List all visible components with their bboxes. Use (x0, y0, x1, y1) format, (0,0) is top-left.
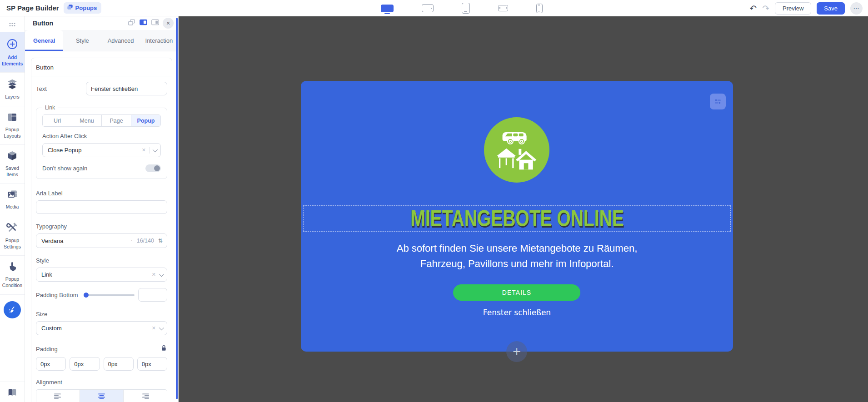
save-button[interactable]: Save (817, 2, 845, 15)
padding-label: Padding (36, 346, 58, 352)
topbar-actions: ↶ ↷ Preview Save ⋯ (749, 0, 863, 16)
cube-icon (7, 150, 18, 163)
size-label: Size (36, 311, 167, 318)
padding-bottom-px-input[interactable] (104, 357, 134, 371)
settings-panel: Button ✕ General Style Advanced Interact… (25, 16, 179, 402)
clear-broom-button[interactable] (4, 301, 21, 318)
popup-preview[interactable]: MIETANGEBOTE ONLINE Ab sofort finden Sie… (301, 81, 733, 352)
tab-general[interactable]: General (25, 30, 63, 51)
align-left-button[interactable] (36, 390, 80, 402)
action-after-click-select[interactable]: Close Popup ✕ (42, 143, 161, 157)
tab-style[interactable]: Style (63, 30, 101, 51)
clear-icon[interactable]: ✕ (152, 325, 156, 331)
left-sidebar: Add Elements Layers Popup Layouts Saved … (0, 16, 25, 402)
redo-icon[interactable]: ↷ (762, 4, 769, 13)
sidebar-item-saved-items[interactable]: Saved Items (0, 144, 25, 183)
sidebar-item-label: Saved Items (1, 165, 24, 178)
top-bar: SP Page Builder Popups ↶ ↷ Preview Save … (0, 0, 868, 16)
media-icon (6, 189, 18, 202)
size-select[interactable]: Custom ✕ (36, 321, 167, 335)
style-select[interactable]: Link ✕ (36, 268, 167, 282)
popup-options-button[interactable] (710, 94, 726, 109)
popup-title-selection[interactable]: MIETANGEBOTE ONLINE (303, 205, 731, 232)
popups-icon (67, 4, 73, 12)
align-right-button[interactable] (123, 390, 167, 402)
sidebar-item-label: Popup Settings (1, 238, 24, 250)
padding-left-input[interactable] (137, 357, 167, 371)
layers-icon (6, 78, 18, 92)
click-hand-icon (7, 261, 18, 274)
dont-show-again-toggle[interactable] (145, 164, 161, 172)
chevron-down-icon (159, 271, 164, 276)
van-tent-house-icon (493, 126, 540, 174)
fab-wrap (0, 294, 25, 325)
padding-top-input[interactable] (36, 357, 66, 371)
padding-right-input[interactable] (70, 357, 100, 371)
padding-bottom-slider[interactable] (84, 294, 135, 296)
padding-bottom-input[interactable] (138, 288, 167, 302)
updown-icon: ⇅ (158, 238, 163, 244)
sidebar-item-label: Media (6, 204, 19, 210)
dock-right-icon[interactable] (151, 19, 160, 28)
more-options-button[interactable]: ⋯ (850, 2, 863, 15)
preview-button[interactable]: Preview (775, 2, 811, 15)
panel-scrollbar[interactable] (176, 18, 178, 399)
tab-advanced[interactable]: Advanced (102, 30, 140, 51)
editor-canvas: MIETANGEBOTE ONLINE Ab sofort finden Sie… (179, 16, 868, 402)
link-type-url[interactable]: Url (43, 115, 72, 126)
sidebar-item-add-elements[interactable]: Add Elements (0, 32, 25, 72)
link-type-menu[interactable]: Menu (72, 115, 101, 126)
sidebar-item-label: Popup Layouts (1, 127, 24, 139)
text-field-label: Text (36, 85, 86, 92)
link-fieldset: Link Url Menu Page Popup Action After Cl… (36, 104, 167, 179)
close-icon[interactable]: ✕ (163, 18, 174, 29)
link-type-popup[interactable]: Popup (131, 115, 160, 126)
desktop-icon[interactable] (381, 5, 394, 12)
tab-interaction[interactable]: Interaction (140, 30, 178, 51)
padding-inputs (36, 357, 167, 371)
sidebar-item-popup-layouts[interactable]: Popup Layouts (0, 106, 25, 144)
lock-icon[interactable] (160, 344, 167, 353)
rental-logo-circle (484, 117, 549, 183)
details-button[interactable]: DETAILS (453, 284, 580, 301)
popup-body-text[interactable]: Ab sofort finden Sie unsere Mietangebote… (301, 241, 733, 272)
add-row-button[interactable]: + (506, 341, 527, 362)
drag-grip-icon[interactable] (9, 16, 16, 32)
add-elements-icon (6, 38, 19, 52)
phone-landscape-icon[interactable] (498, 5, 508, 11)
link-type-page[interactable]: Page (101, 115, 131, 126)
breadcrumb[interactable]: Popups (64, 2, 102, 14)
popup-close-link[interactable]: Fenster schließen (301, 308, 733, 317)
aria-label-input[interactable] (36, 200, 167, 214)
aria-label-label: Aria Label (36, 190, 167, 197)
section-title: Button (36, 58, 167, 76)
documentation-icon[interactable] (0, 382, 25, 402)
undo-icon[interactable]: ↶ (749, 4, 757, 13)
sidebar-item-label: Layers (5, 94, 20, 100)
sidebar-item-popup-condition[interactable]: Popup Condition (0, 255, 25, 294)
link-type-segmented: Url Menu Page Popup (42, 114, 161, 127)
sidebar-item-label: Add Elements (1, 55, 24, 67)
chevron-down-icon (159, 325, 164, 330)
align-center-button[interactable] (80, 390, 123, 402)
sidebar-item-popup-settings[interactable]: Popup Settings (0, 216, 25, 255)
padding-bottom-label: Padding Bottom (36, 292, 78, 298)
tablet-landscape-icon[interactable] (422, 4, 434, 12)
dock-left-icon[interactable] (139, 19, 148, 28)
popup-title[interactable]: MIETANGEBOTE ONLINE (410, 205, 624, 232)
typography-field[interactable]: Verdana · 16/140 ⇅ (36, 233, 167, 248)
sidebar-item-media[interactable]: Media (0, 183, 25, 216)
tablet-portrait-icon[interactable] (462, 3, 470, 14)
panel-header: Button ✕ (25, 16, 178, 30)
sidebar-item-layers[interactable]: Layers (0, 72, 25, 106)
clear-icon[interactable]: ✕ (142, 147, 146, 153)
slider-thumb[interactable] (84, 293, 89, 298)
phone-portrait-icon[interactable] (536, 4, 543, 13)
clear-icon[interactable]: ✕ (152, 272, 156, 278)
button-text-input[interactable] (86, 82, 167, 95)
sidebar-item-label: Popup Condition (1, 276, 24, 288)
alignment-label: Alignment (36, 379, 167, 386)
clone-icon[interactable] (127, 19, 136, 28)
layout-icon (7, 112, 18, 124)
button-settings-card: Button Text Link Url Menu Page Popup Act… (31, 58, 172, 402)
